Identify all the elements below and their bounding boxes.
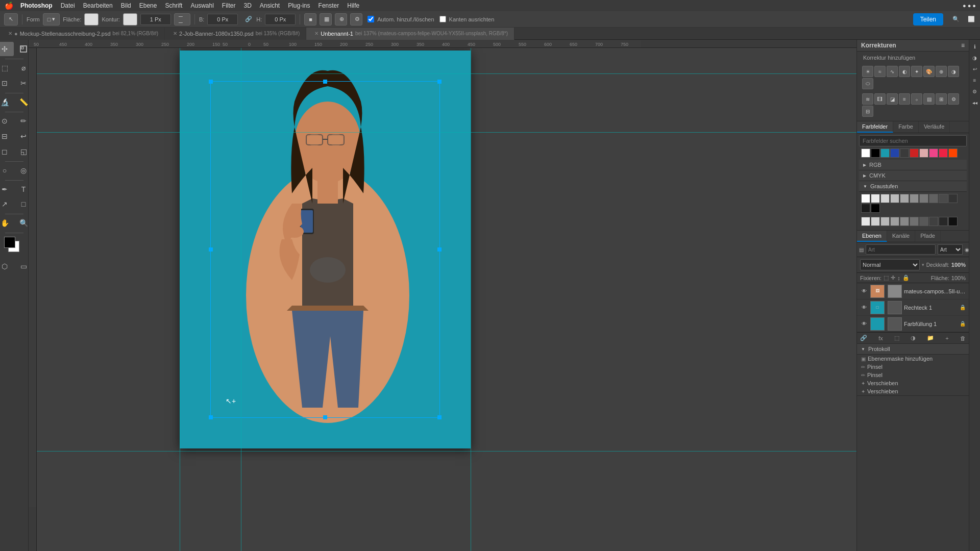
korr-old-icon[interactable]: ⊟ [862, 106, 873, 117]
swatch-teal[interactable] [880, 148, 890, 158]
menu-bearbeiten[interactable]: Bearbeiten [79, 1, 117, 10]
gs-15[interactable] [900, 217, 909, 226]
gs-19[interactable] [939, 217, 948, 226]
proto-item-2[interactable]: ✏ Pinsel [857, 363, 969, 371]
menu-ansicht[interactable]: Ansicht [256, 1, 284, 10]
proto-item-1[interactable]: ▣ Ebenenmaske hinzufügen [857, 355, 969, 363]
ebenen-filter-toggle[interactable]: ◉ [965, 247, 969, 253]
korr-invert-icon[interactable]: ◪ [887, 93, 898, 105]
tool-eyedropper[interactable]: 🔬 [0, 95, 14, 109]
korr-exposure-icon[interactable]: ◐ [899, 66, 910, 77]
tab-mockup[interactable]: ✕ ● Mockup-Stellenausschreibung-2.psd be… [0, 28, 165, 40]
proto-item-3[interactable]: ✏ Pinsel [857, 371, 969, 379]
layer-delete-icon[interactable]: 🗑 [960, 335, 966, 341]
ebenen-filter-input[interactable] [866, 244, 936, 255]
ri-history-btn[interactable]: ↩ [970, 64, 979, 73]
quick-mask-btn[interactable]: ⬡ [0, 259, 14, 273]
korr-bw-icon[interactable]: ◑ [948, 66, 959, 77]
h-input[interactable] [265, 14, 296, 25]
gs-8[interactable] [939, 194, 948, 203]
swatch-red[interactable] [910, 148, 919, 158]
menu-filter[interactable]: Filter [218, 1, 240, 10]
tab-farbe[interactable]: Farbe [893, 121, 919, 133]
gs-17[interactable] [919, 217, 928, 226]
ri-info-btn[interactable]: ℹ [970, 42, 979, 51]
gs-5[interactable] [910, 194, 919, 203]
rgb-group-header[interactable]: ▶ RGB [859, 160, 967, 170]
tool-pathselect[interactable]: ↗ [0, 197, 14, 211]
apple-logo[interactable]: 🍎 [4, 1, 13, 10]
korr-curves-icon[interactable]: ∿ [887, 66, 898, 77]
gs-1[interactable] [871, 194, 880, 203]
korr-smart-icon[interactable]: ⚙ [948, 93, 959, 105]
swatch-black[interactable] [871, 148, 880, 158]
tab-verlaeufe[interactable]: Verläufe [919, 121, 950, 133]
tool-eraser[interactable]: ◻ [0, 144, 14, 159]
link-dimensions-btn[interactable]: 🔗 [241, 13, 253, 26]
tab-pfade[interactable]: Pfade [915, 231, 941, 242]
settings-btn[interactable]: ⚙ [350, 13, 362, 26]
share-button[interactable]: Teilen [913, 13, 943, 26]
gs-9[interactable] [948, 194, 958, 203]
fix-icon4[interactable]: 🔒 [902, 274, 910, 281]
gs-7[interactable] [929, 194, 938, 203]
layer-vis-fill[interactable]: 👁 [860, 320, 868, 328]
fix-icon3[interactable]: ↕ [897, 275, 900, 281]
swatch-darkblue[interactable] [890, 148, 899, 158]
gs-white[interactable] [861, 194, 870, 203]
menu-photoshop[interactable]: Photoshop [16, 1, 57, 10]
tool-pen[interactable]: ✒ [0, 182, 14, 196]
foreground-color-swatch[interactable] [4, 237, 15, 248]
korr-posterize-icon[interactable]: ≡ [899, 93, 910, 105]
tool-clone[interactable]: ⊟ [0, 129, 14, 143]
menu-3d[interactable]: 3D [239, 1, 255, 10]
layer-vis-rect[interactable]: 👁 [860, 304, 868, 312]
ri-layers-btn[interactable]: ≡ [970, 76, 979, 85]
menu-schrift[interactable]: Schrift [161, 1, 186, 10]
swatch-orange[interactable] [948, 148, 958, 158]
tab-close-jobbanner[interactable]: ✕ [173, 31, 177, 36]
gs-6[interactable] [919, 194, 928, 203]
tool-crop[interactable]: ⊡ [0, 76, 14, 90]
korr-add-btn[interactable]: Korrektur hinzufügen [859, 54, 967, 64]
tool-move[interactable] [0, 42, 14, 56]
transform-btn[interactable]: ⊕ [335, 13, 347, 26]
layer-fx-icon[interactable]: fx [878, 335, 883, 341]
tab-kanaele[interactable]: Kanäle [887, 231, 915, 242]
autom-checkbox[interactable] [368, 16, 374, 22]
menu-auswahl[interactable]: Auswahl [186, 1, 217, 10]
korr-photofilt-icon[interactable]: ⬭ [862, 78, 873, 89]
gs-4[interactable] [900, 194, 909, 203]
tool-spot-heal[interactable]: ⊙ [0, 114, 14, 128]
korr-colorlook-icon[interactable]: 🎞 [874, 93, 886, 105]
swatch-lightred[interactable] [919, 148, 928, 158]
graustufen-group-header[interactable]: ▼ Graustufen [859, 181, 967, 192]
swatch-pink[interactable] [929, 148, 938, 158]
tab-farbfelder[interactable]: Farbfelder [857, 121, 893, 133]
canvas-viewport[interactable]: ↖+ 136,89% | 1080 Px × 1350 Px (72 ppi) … [37, 48, 856, 551]
align-center-icon-btn[interactable]: ▦ [320, 13, 332, 26]
gs-11[interactable] [861, 217, 870, 226]
layer-photo[interactable]: 👁 🖼 mateus-campos...5II-unsplash [857, 283, 969, 299]
gs-16[interactable] [910, 217, 919, 226]
gs-3[interactable] [890, 194, 899, 203]
gs-black[interactable] [871, 204, 880, 213]
protokoll-header[interactable]: ▼ Protokoll [857, 344, 969, 355]
layer-rect[interactable]: 👁 □ Rechteck 1 🔒 [857, 299, 969, 316]
ri-color-btn[interactable]: ◑ [970, 53, 979, 62]
kontur-btn[interactable] [123, 13, 137, 26]
tab-close-unbenannt[interactable]: ✕ [314, 31, 318, 36]
ri-settings-btn[interactable]: ⚙ [970, 87, 979, 96]
screen-mode-btn[interactable]: ⬜ [964, 13, 976, 26]
gs-10[interactable] [861, 204, 870, 213]
tab-ebenen[interactable]: Ebenen [857, 231, 887, 242]
align-left-icon-btn[interactable]: ■ [304, 13, 316, 26]
ebenen-type-select[interactable]: Art Name Effekt [938, 244, 963, 255]
korr-colorbalance-icon[interactable]: ⊕ [936, 66, 947, 77]
tool-hand[interactable]: ✋ [0, 216, 14, 230]
korr-levels-icon[interactable]: ≈ [874, 66, 886, 77]
kanten-checkbox[interactable] [439, 16, 446, 22]
tab-close-mockup[interactable]: ✕ [8, 31, 12, 36]
proto-item-5[interactable]: ✦ Verschieben [857, 387, 969, 395]
korr-brightness-icon[interactable]: ☀ [862, 66, 873, 77]
